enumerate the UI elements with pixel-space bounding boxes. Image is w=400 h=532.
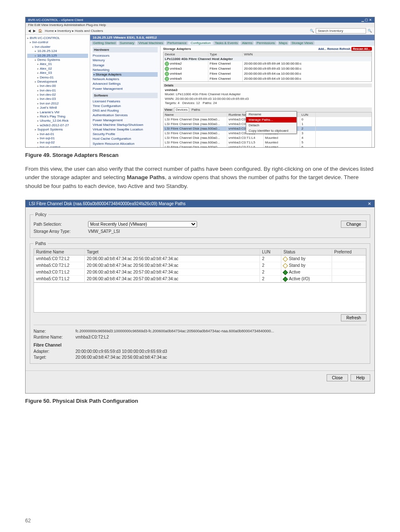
tree-item[interactable]: Laranie's VM [27, 110, 88, 115]
ctx-copy-id[interactable]: Copy identifier to clipboard [246, 128, 296, 133]
sw-item[interactable]: Virtual Machine Startup/Shutdown [93, 123, 158, 127]
breadcrumb[interactable]: Home ▸ Inventory ▸ Hosts and Clusters [45, 29, 103, 33]
hw-item[interactable]: Storage [93, 63, 158, 68]
adapter-row[interactable]: vmhba3Fibre Channel20:00:00:00:c9:65:69:… [164, 66, 371, 71]
ctx-manage-paths[interactable]: Manage Paths... [246, 117, 296, 123]
tab-selected[interactable]: Configuration [190, 41, 212, 45]
link-remove[interactable]: Remove [327, 47, 338, 50]
tab[interactable]: Tasks & Events [213, 41, 239, 45]
tree-item[interactable]: bvr-svr-2012 [27, 102, 88, 106]
hw-item-selected[interactable]: • Storage Adapters [93, 72, 158, 77]
adapter-row[interactable]: vmhba2Fibre Channel20:00:00:00:c9:65:69:… [164, 61, 371, 66]
home-icon[interactable]: 🏠 [38, 29, 42, 33]
tree-item[interactable]: Alex_01 [27, 62, 88, 66]
close-icon[interactable]: ✕ [368, 201, 371, 206]
search-input[interactable]: Search Inventory [316, 28, 366, 34]
tab[interactable]: Virtual Machines [137, 41, 164, 45]
sw-item[interactable]: Host Cache Configuration [93, 136, 158, 141]
hw-item[interactable]: Network Adapters [93, 77, 158, 81]
ctx-detach[interactable]: Detach [246, 123, 296, 128]
context-menu[interactable]: Rename Manage Paths... Detach Copy ident… [246, 111, 297, 134]
help-button[interactable]: Help [351, 374, 370, 381]
sw-item[interactable]: Virtual Machine Swapfile Location [93, 127, 158, 132]
tree-item[interactable]: bvr-dev-00 [27, 84, 88, 88]
path-row[interactable]: vmhba3:C0:T1:L220:06:00:a0:b8:47:34:ac 2… [34, 269, 366, 276]
nav-fwd-icon[interactable]: ▶ [33, 29, 36, 33]
tree-item[interactable]: Support Systems [27, 128, 88, 132]
tab[interactable]: Storage Views [290, 41, 314, 45]
col-status[interactable]: Status [281, 249, 332, 255]
tree-item[interactable]: bvr-sql-02 [27, 141, 88, 145]
view-tab-devices[interactable]: Devices [174, 107, 189, 112]
nav-back-icon[interactable]: ◀ [28, 29, 31, 33]
tab[interactable]: Permissions [255, 41, 276, 45]
tree-item[interactable]: bvr-sql-01 [27, 136, 88, 141]
col-target[interactable]: Target [85, 249, 260, 255]
adapter-row[interactable]: vmhba5Fibre Channel20:00:00:00:c9:65:64:… [164, 76, 371, 81]
path-row[interactable]: vmhba5:C0:T2:L220:06:00:a0:b8:47:34:ac 2… [34, 256, 366, 262]
tree-item[interactable]: Alex_02 [27, 67, 88, 71]
sw-item[interactable]: Time Configuration [93, 104, 158, 108]
view-tab-paths[interactable]: Paths [190, 108, 201, 112]
tree-item[interactable]: Alex_03 [27, 71, 88, 75]
host-tabs[interactable]: Getting Started Summary Virtual Machines… [90, 40, 374, 46]
sw-item[interactable]: Authentication Services [93, 113, 158, 117]
inventory-tree[interactable]: BVR-VC-CONTROL bvr-control bvr-cluster 1… [26, 35, 90, 147]
window-controls-icon[interactable]: ▁ ▢ ✕ [361, 18, 372, 22]
ctx-rename[interactable]: Rename [246, 112, 296, 117]
hw-item[interactable]: Memory [93, 58, 158, 63]
tree-item[interactable]: Demo-01 [27, 76, 88, 80]
col-runtime-name[interactable]: Runtime Name [34, 249, 85, 255]
tree-item[interactable]: bvr-cluster [27, 45, 88, 49]
link-refresh[interactable]: Refresh [340, 47, 351, 50]
device-row[interactable]: LSI Fibre Channel Disk (naa.600a0...vmhb… [164, 140, 371, 145]
col-name[interactable]: Name [164, 112, 227, 117]
tab[interactable]: Performance [166, 41, 188, 45]
col-wwn[interactable]: WWN [243, 52, 371, 57]
tree-item[interactable]: Joel's Win8 [27, 106, 88, 110]
hw-item[interactable]: Processors [93, 53, 158, 58]
close-button[interactable]: Close [327, 374, 348, 381]
link-add[interactable]: Add... [318, 47, 326, 50]
tree-item[interactable]: BVR-VC-CONTROL [27, 36, 88, 40]
sw-item[interactable]: Agent VM Settings [93, 146, 158, 147]
tree-item[interactable]: bvr-dev-02 [27, 93, 88, 97]
tree-item[interactable]: 10.26.25.125 [27, 54, 88, 58]
tree-item[interactable]: bvr-dev-03 [27, 97, 88, 101]
tree-item[interactable]: bvr-dev-01 [27, 89, 88, 93]
tree-item[interactable]: bvr-ad-01 [27, 132, 88, 136]
sw-item[interactable]: Licensed Features [93, 99, 158, 104]
tab[interactable]: Alarms [241, 41, 254, 45]
hw-item[interactable]: Advanced Settings [93, 81, 158, 86]
tree-item[interactable]: w2k8r2-2012-07-27 [27, 123, 88, 128]
sw-item[interactable]: DNS and Routing [93, 108, 158, 113]
hw-item[interactable]: Power Management [93, 86, 158, 91]
tree-item[interactable]: Rick's Play Thing [27, 115, 88, 119]
link-rescan-all[interactable]: Rescan All... [351, 47, 372, 51]
path-row[interactable]: vmhba5:C0:T2:L220:06:00:a0:b8:47:34:ac 2… [34, 262, 366, 269]
tree-item[interactable]: Development [27, 80, 88, 84]
tree-item[interactable]: bvr-control [27, 40, 88, 44]
sw-item[interactable]: System Resource Allocation [93, 141, 158, 146]
refresh-button[interactable]: Refresh [341, 314, 366, 321]
device-row[interactable]: LSI Fibre Channel Disk (naa.600a0...vmhb… [164, 136, 371, 140]
tree-item[interactable]: 10.26.25.124 [27, 49, 88, 53]
col-device[interactable]: Device [164, 52, 208, 57]
col-type[interactable]: Type [208, 52, 243, 57]
adapter-row[interactable]: vmhba4Fibre Channel20:00:00:00:c9:65:64:… [164, 71, 371, 76]
tree-item[interactable]: Demo Systems [27, 58, 88, 62]
search-go-icon[interactable]: 🔍 [368, 29, 372, 33]
col-lun[interactable]: LUN [300, 112, 316, 117]
tree-item[interactable]: Ubuntu_12.04-Rick [27, 119, 88, 123]
tab[interactable]: Maps [278, 41, 289, 45]
tree-item[interactable]: bvr-vc-control [27, 145, 88, 147]
col-preferred[interactable]: Preferred [332, 249, 366, 255]
sw-item[interactable]: Security Profile [93, 132, 158, 136]
tab[interactable]: Summary [119, 41, 135, 45]
path-row[interactable]: vmhba5:C0:T1:L220:06:00:a0:b8:47:34:ac 2… [34, 276, 366, 282]
hw-item[interactable]: Networking [93, 68, 158, 72]
sw-item[interactable]: Power Management [93, 118, 158, 123]
tab[interactable]: Getting Started [92, 41, 117, 45]
change-button[interactable]: Change [341, 221, 366, 228]
path-selection-dropdown[interactable]: Most Recently Used (VMware) [88, 221, 197, 227]
